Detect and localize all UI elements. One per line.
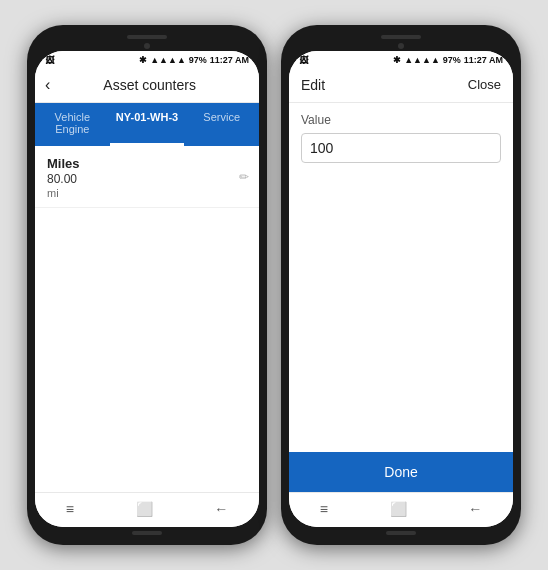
- edit-bar-title: Edit: [301, 77, 325, 93]
- battery-percent: 97%: [189, 55, 207, 65]
- edit-content-area: Value: [289, 103, 513, 452]
- back-nav-button-1[interactable]: ←: [206, 499, 236, 519]
- bottom-nav-1: ≡ ⬜ ←: [35, 492, 259, 527]
- tab-bar-1: Vehicle Engine NY-01-WH-3 Service: [35, 103, 259, 146]
- home-bar-1: [132, 531, 162, 535]
- tab-ny01wh3[interactable]: NY-01-WH-3: [110, 103, 185, 146]
- status-bar-2: 🖼 ✱ ▲▲▲▲ 97% 11:27 AM: [289, 51, 513, 67]
- recent-nav-button-2[interactable]: ⬜: [382, 499, 415, 519]
- content-area-1: Miles 80.00 mi ✏: [35, 146, 259, 492]
- counter-miles-label: Miles: [47, 156, 247, 171]
- value-field-label: Value: [301, 113, 501, 127]
- status-right-1: ✱ ▲▲▲▲ 97% 11:27 AM: [139, 55, 249, 65]
- tab-vehicle-engine[interactable]: Vehicle Engine: [35, 103, 110, 146]
- tab-service[interactable]: Service: [184, 103, 259, 146]
- speaker-decoration-2: [381, 35, 421, 39]
- menu-nav-button-1[interactable]: ≡: [58, 499, 82, 519]
- done-button[interactable]: Done: [289, 452, 513, 492]
- bluetooth-icon: ✱: [139, 55, 147, 65]
- home-bar-2: [386, 531, 416, 535]
- value-input-field[interactable]: [301, 133, 501, 163]
- photo-icon-2: 🖼: [299, 55, 308, 65]
- bluetooth-icon-2: ✱: [393, 55, 401, 65]
- edit-bar: Edit Close: [289, 67, 513, 103]
- battery-percent-2: 97%: [443, 55, 461, 65]
- edit-pencil-icon[interactable]: ✏: [239, 170, 249, 184]
- phone-edit: 🖼 ✱ ▲▲▲▲ 97% 11:27 AM Edit Close Value: [281, 25, 521, 545]
- header-bar-1: ‹ Asset counters: [35, 67, 259, 103]
- phone-asset-counters: 🖼 ✱ ▲▲▲▲ 97% 11:27 AM ‹ Asset counters V…: [27, 25, 267, 545]
- menu-nav-button-2[interactable]: ≡: [312, 499, 336, 519]
- signal-bars: ▲▲▲▲: [150, 55, 186, 65]
- time-display-2: 11:27 AM: [464, 55, 503, 65]
- time-display: 11:27 AM: [210, 55, 249, 65]
- photo-icon: 🖼: [45, 55, 54, 65]
- speaker-decoration: [127, 35, 167, 39]
- signal-bars-2: ▲▲▲▲: [404, 55, 440, 65]
- back-nav-button-2[interactable]: ←: [460, 499, 490, 519]
- bottom-nav-2: ≡ ⬜ ←: [289, 492, 513, 527]
- status-left-2: 🖼: [299, 55, 308, 65]
- status-left-1: 🖼: [45, 55, 54, 65]
- recent-nav-button-1[interactable]: ⬜: [128, 499, 161, 519]
- camera-decoration: [144, 43, 150, 49]
- counter-miles-unit: mi: [47, 187, 247, 199]
- status-bar-1: 🖼 ✱ ▲▲▲▲ 97% 11:27 AM: [35, 51, 259, 67]
- camera-decoration-2: [398, 43, 404, 49]
- status-right-2: ✱ ▲▲▲▲ 97% 11:27 AM: [393, 55, 503, 65]
- counter-miles-value: 80.00: [47, 172, 247, 186]
- page-title-1: Asset counters: [50, 77, 249, 93]
- close-button[interactable]: Close: [468, 77, 501, 92]
- counter-miles-item: Miles 80.00 mi ✏: [35, 146, 259, 208]
